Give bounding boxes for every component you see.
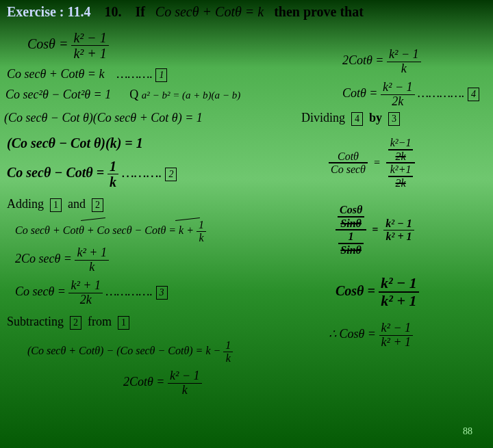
dots4: …………. — [418, 86, 465, 100]
dividing-box-a: 4 — [351, 112, 363, 126]
q-mark: Q — [129, 88, 138, 101]
r3-rnn: k²−1 — [388, 137, 414, 150]
add-expand: Co secθ + Cotθ + Co secθ − Cotθ = k + — [15, 224, 194, 236]
2cot-num: k² − 1 — [168, 369, 202, 384]
r4-rden: k² + 1 — [383, 230, 414, 243]
premise: Co secθ + Cotθ = k — [155, 4, 264, 19]
2cosec-den: k — [75, 261, 109, 274]
r1-lhs: 2Cotθ = — [342, 53, 384, 67]
eq5-num: 1 — [108, 159, 118, 174]
r2-num: k² − 1 — [381, 81, 415, 95]
r3-rnd: 2k — [388, 150, 414, 163]
box-4: 4 — [468, 88, 479, 101]
r4-rnum: k² − 1 — [383, 218, 414, 230]
target-num: k² − 1 — [71, 30, 108, 46]
dividing-box-b: 3 — [388, 112, 400, 126]
r2-lhs: Cotθ = — [342, 86, 378, 100]
adding-box-a: 1 — [50, 198, 62, 212]
exercise-label: Exercise : 11.4 — [7, 4, 90, 19]
page-number: 88 — [463, 426, 472, 437]
word-then: then prove that — [274, 4, 364, 19]
eq3: (Co secθ − Cot θ)(Co secθ + Cot θ) = 1 — [4, 111, 203, 125]
target-lhs: Cosθ = — [27, 36, 68, 51]
r4-lnum: Cosθ — [338, 204, 364, 218]
sub-frac-num: 1 — [223, 339, 233, 352]
word-if: If — [135, 4, 144, 19]
r6-den: k² + 1 — [379, 336, 414, 350]
r4-lden: 1 — [338, 230, 364, 244]
r1-den: k — [387, 62, 421, 76]
r2-den: 2k — [381, 95, 415, 109]
r3-lnum: Cotθ — [329, 150, 368, 164]
2cosec-lhs: 2Co secθ = — [15, 252, 72, 265]
r5-num: k² − 1 — [379, 275, 419, 293]
question-number: 10. — [104, 4, 121, 19]
eq1: Co secθ + Cotθ = k — [7, 67, 104, 81]
sub-frac-den: k — [223, 352, 233, 365]
subtract-label: Subtracting — [7, 315, 64, 328]
r6-num: k² − 1 — [379, 321, 414, 336]
r5-lhs: Cosθ = — [336, 283, 375, 298]
r3-rdd: 2k — [388, 177, 414, 189]
box-2: 2 — [165, 168, 177, 181]
eq4: (Co secθ − Cot θ)(k) = 1 — [7, 135, 143, 151]
r1-num: k² − 1 — [387, 48, 421, 62]
r3-lden: Co secθ — [329, 163, 368, 176]
dividing-by: by — [369, 111, 382, 124]
r5-den: k² + 1 — [379, 293, 419, 309]
2cosec-num: k² + 1 — [75, 246, 109, 261]
dividing-label: Dividing — [301, 111, 345, 124]
cosec-num: k² + 1 — [68, 279, 103, 293]
eq5-den: k — [108, 174, 118, 189]
dots1: ………. — [116, 67, 153, 81]
adding-box-b: 2 — [92, 198, 103, 212]
subtract-box-a: 2 — [70, 316, 81, 330]
2cot-den: k — [168, 384, 202, 397]
cosec-lhs: Co secθ = — [15, 285, 66, 298]
dots2: ………. — [122, 165, 162, 180]
add-frac-num: 1 — [197, 219, 206, 232]
2cot-lhs: 2Cotθ = — [123, 375, 165, 388]
cosec-den: 2k — [68, 293, 103, 307]
adding-and: and — [68, 197, 86, 211]
eq5-lhs: Co secθ − Cotθ = — [7, 165, 104, 180]
r6-lhs: ∴ Cosθ = — [329, 327, 376, 341]
add-frac-den: k — [197, 232, 206, 244]
box-1: 1 — [155, 68, 167, 82]
r3-rdn: k²+1 — [388, 163, 414, 177]
identity: a² − b² = (a + b)(a − b) — [142, 90, 240, 101]
r4-lmid: Sinθ — [338, 218, 364, 230]
eq2: Co sec²θ − Cot²θ = 1 — [5, 88, 111, 101]
adding-label: Adding — [7, 197, 44, 211]
box-3: 3 — [156, 286, 168, 300]
subtract-from: from — [88, 315, 112, 328]
dots3: …………. — [106, 285, 153, 298]
r4-lden2: Sinθ — [338, 244, 364, 256]
sub-expand: (Co secθ + Cotθ) − (Co secθ − Cotθ) = k … — [27, 345, 220, 356]
target-den: k² + 1 — [71, 46, 108, 61]
subtract-box-b: 1 — [118, 316, 129, 330]
